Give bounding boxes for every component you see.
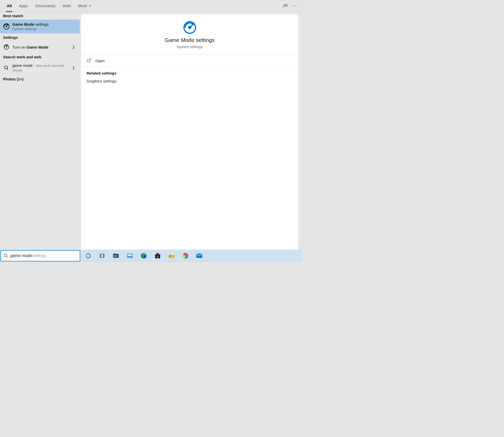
svg-rect-31 [157,257,157,257]
chevron-down-icon: ▼ [88,4,91,7]
search-icon [4,253,8,258]
result-web-search[interactable]: game mode - See work and web results ❯ [0,61,80,75]
svg-rect-30 [158,256,158,256]
task-view-icon[interactable] [98,252,106,260]
result-web-text: game mode [12,63,33,68]
svg-rect-29 [157,256,157,256]
result-title-bold: Game Mode [12,22,34,26]
tab-more-label: More [78,4,87,8]
search-ghost-text: settings [32,253,46,258]
svg-line-6 [6,25,8,26]
open-icon [87,58,93,63]
cortana-icon[interactable] [84,252,92,260]
chevron-right-icon: ❯ [70,45,77,49]
related-graphics-settings[interactable]: Graphics settings [81,77,298,85]
svg-rect-32 [158,257,158,257]
taskbar: game mode settings W [0,250,302,262]
svg-point-0 [284,4,285,6]
work-web-header: Search work and web [0,53,80,61]
result-subtitle: System settings [12,27,77,31]
gauge-icon [183,21,197,34]
more-options-icon[interactable] [290,4,299,8]
edge-icon[interactable] [140,252,148,260]
photos-header[interactable]: Photos (1+) [0,75,80,83]
tab-apps[interactable]: Apps [15,0,32,12]
file-explorer-icon[interactable] [168,252,175,260]
tab-more[interactable]: More ▼ [74,0,95,12]
search-typed-text: game mode [10,253,32,258]
tab-all[interactable]: All [3,0,15,12]
svg-text:W: W [114,254,116,257]
svg-point-1 [293,5,293,6]
svg-point-16 [4,254,7,257]
chevron-right-icon: ❯ [70,66,77,70]
svg-rect-28 [157,253,159,254]
result-prefix: Turn on [12,45,26,49]
svg-point-10 [5,66,8,69]
tab-web[interactable]: Web [59,0,75,12]
result-title-suffix: settings [34,22,49,26]
gauge-icon [3,23,10,30]
svg-line-9 [6,46,8,47]
mail-icon[interactable] [195,252,203,260]
detail-title: Game Mode settings [165,37,215,43]
svg-rect-34 [169,256,171,257]
chrome-icon[interactable] [182,252,189,260]
svg-rect-15 [87,60,90,62]
store-icon[interactable] [154,252,161,260]
feedback-icon[interactable] [281,3,290,8]
result-bold: Game Mode [26,45,48,49]
results-pane: Best match Game Mode settings System set… [0,12,80,250]
settings-header: Settings [0,33,80,41]
search-input[interactable]: game mode settings [1,250,80,261]
gauge-icon [3,44,10,50]
action-open[interactable]: Open [81,55,298,67]
svg-point-18 [86,254,91,258]
svg-rect-25 [128,254,132,257]
best-match-header: Best match [0,12,80,20]
svg-line-11 [7,69,8,70]
search-icon [3,65,10,71]
svg-point-37 [184,255,186,257]
related-settings-header: Related settings [81,67,298,77]
svg-point-2 [294,5,295,6]
search-filter-tabs: All Apps Documents Web More ▼ [0,0,302,12]
svg-rect-19 [101,254,104,258]
laptop-icon[interactable] [126,252,134,260]
result-turn-on-game-mode[interactable]: Turn on Game Mode ❯ [0,41,80,53]
action-open-label: Open [95,59,105,63]
detail-pane: Game Mode settings System settings Open … [80,12,302,250]
word-icon[interactable]: W [112,252,120,260]
result-game-mode-settings[interactable]: Game Mode settings System settings [0,20,80,33]
tab-documents[interactable]: Documents [32,0,59,12]
svg-point-3 [295,5,296,6]
detail-subtitle: System settings [176,45,203,49]
svg-line-17 [6,256,7,257]
